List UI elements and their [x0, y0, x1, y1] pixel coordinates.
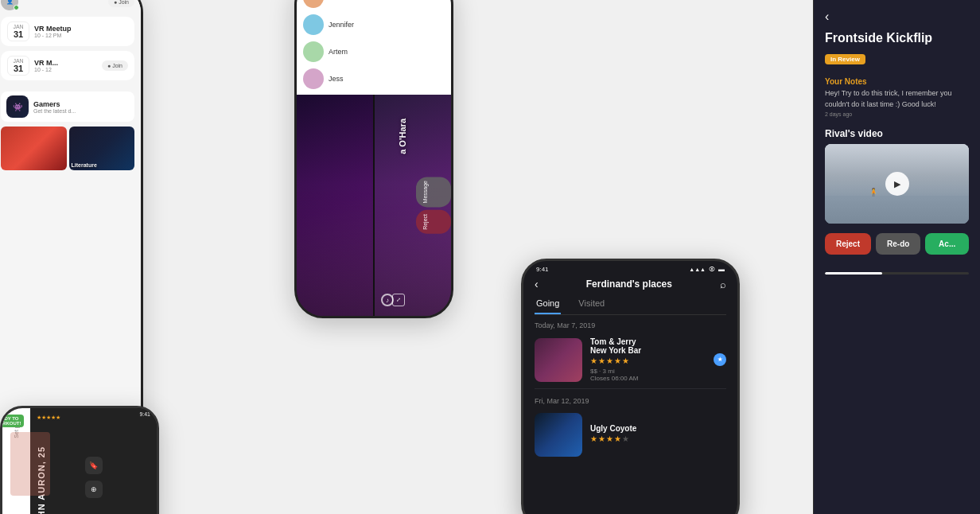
- places-divider: [535, 388, 726, 389]
- in-review-badge: In Review: [825, 54, 865, 64]
- places-header: ‹ Ferdinand's places ⌕: [523, 275, 737, 295]
- places-tabs: Going Visited: [535, 295, 726, 315]
- share-icon[interactable]: ⊕: [85, 481, 103, 498]
- place-card-ugly-coyote[interactable]: Ugly Coyote ★ ★ ★ ★ ★: [523, 408, 737, 461]
- workout-stars: ★★★★★: [37, 415, 60, 421]
- contacts-list: Andrew Jennifer Artem Jess: [297, 0, 451, 95]
- place-card-tom-jerry[interactable]: Tom & JerryNew York Bar ★ ★ ★ ★ ★ $$ · 3…: [523, 333, 737, 387]
- contact-avatar-jess: [303, 68, 324, 89]
- right-panel-title: Frontside Kickflip: [814, 29, 980, 50]
- join-button-2[interactable]: ●Join: [102, 60, 128, 71]
- tab-visited[interactable]: Visited: [577, 295, 606, 314]
- notes-text: Hey! Try to do this trick, I remember yo…: [814, 88, 980, 110]
- rival-video-thumbnail[interactable]: 🧍 ▶: [825, 144, 969, 224]
- image-cell-1: [1, 127, 67, 170]
- section-date-fri: Fri, Mar 12, 2019: [523, 391, 737, 408]
- community-row-gamers: 👾 Gamers Get the latest d...: [1, 92, 134, 122]
- image-cell-2: Literature: [69, 127, 135, 170]
- accept-button[interactable]: Ac...: [925, 233, 969, 255]
- notes-timestamp: 2 days ago: [814, 110, 980, 123]
- person-name-overlay: a O'Hara: [398, 119, 407, 154]
- contact-andrew[interactable]: Andrew: [297, 0, 451, 10]
- right-panel-back-button[interactable]: ‹: [814, 0, 980, 29]
- right-panel: ‹ Frontside Kickflip In Review Your Note…: [813, 0, 980, 514]
- rival-video-label: Rival's video: [814, 123, 980, 144]
- places-back-button[interactable]: ‹: [535, 278, 539, 290]
- your-notes-label: Your Notes: [814, 72, 980, 88]
- wifi-icon: ⦿: [709, 266, 715, 273]
- contact-avatar-artem: [303, 41, 324, 62]
- video-cell-left: [297, 95, 373, 316]
- contact-jennifer[interactable]: Jennifer: [297, 12, 451, 37]
- message-button[interactable]: Message: [416, 177, 451, 207]
- signal-icon: ▲▲▲: [689, 267, 706, 272]
- expand-icon[interactable]: ⤢: [392, 294, 405, 306]
- contact-artem[interactable]: Artem: [297, 39, 451, 64]
- places-phone: 9:41 ▲▲▲ ⦿ ▬ ‹ Ferdinand's places ⌕ Goin…: [521, 259, 740, 514]
- event-card-2: JAN 31 VR M... 10 - 12 ●Join: [1, 51, 134, 80]
- places-search-icon[interactable]: ⌕: [720, 278, 726, 290]
- contact-jess[interactable]: Jess: [297, 66, 451, 92]
- contact-avatar-andrew: [303, 0, 324, 8]
- reject-button[interactable]: Reject: [416, 210, 451, 234]
- places-title: Ferdinand's places: [586, 278, 672, 290]
- place-info-tom-jerry: Tom & JerryNew York Bar ★ ★ ★ ★ ★ $$ · 3…: [590, 337, 706, 382]
- video-cell-right: a O'Hara Message Reject ♪ ⤢: [375, 95, 451, 316]
- place-info-ugly-coyote: Ugly Coyote ★ ★ ★ ★ ★: [590, 424, 726, 446]
- progress-fill: [825, 272, 882, 275]
- place-image-ugly-coyote: [535, 413, 582, 457]
- progress-bar: [825, 272, 969, 275]
- stars-ugly-coyote: ★ ★ ★ ★ ★: [590, 434, 726, 443]
- community-icon: 👾: [6, 95, 29, 118]
- action-buttons: Reject Re-do Ac...: [814, 224, 980, 264]
- images-grid: Literature: [1, 127, 134, 170]
- play-button[interactable]: ▶: [885, 172, 909, 196]
- place-image-tom-jerry: [535, 338, 582, 382]
- bookmark-icon[interactable]: 🔖: [85, 457, 103, 474]
- center-phone: Andrew Jennifer Artem Jess: [294, 0, 453, 318]
- reject-button[interactable]: Reject: [825, 233, 871, 255]
- ready-badge: READY TO WORKOUT!: [0, 415, 24, 427]
- event-date-1: JAN 31: [7, 21, 29, 41]
- place-badge-tom-jerry: ★: [714, 353, 726, 366]
- event-date-2: JAN 31: [7, 56, 29, 76]
- contact-avatar-jennifer: [303, 14, 324, 35]
- workout-phone: Set price ★★★★★ READY TO WORKOUT! John A…: [0, 406, 159, 514]
- event-card-1: JAN 31 VR Meetup 10 - 12 PM: [1, 17, 134, 46]
- tab-going[interactable]: Going: [535, 295, 561, 314]
- places-time: 9:41: [536, 266, 549, 273]
- section-date-today: Today, Mar 7, 2019: [523, 315, 737, 333]
- join-button-1[interactable]: ●Join: [108, 0, 134, 7]
- redo-button[interactable]: Re-do: [876, 233, 920, 255]
- videos-grid: a O'Hara Message Reject ♪ ⤢: [297, 95, 451, 316]
- battery-icon: ▬: [718, 266, 725, 273]
- stars-tom-jerry: ★ ★ ★ ★ ★: [590, 356, 706, 365]
- places-status-bar: 9:41 ▲▲▲ ⦿ ▬: [523, 261, 737, 275]
